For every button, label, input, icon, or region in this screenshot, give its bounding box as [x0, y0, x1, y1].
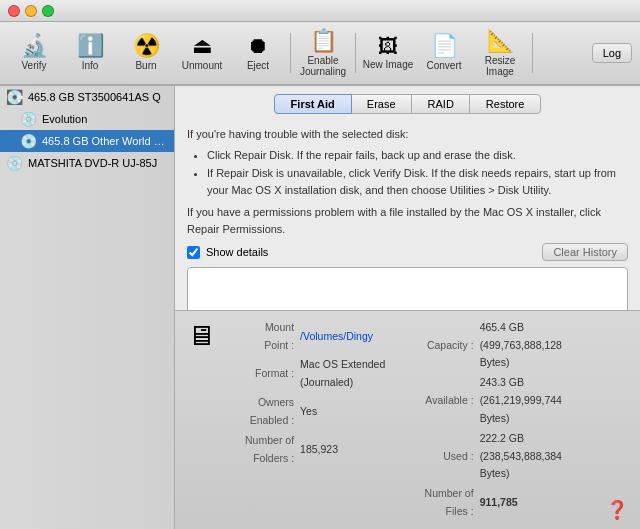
toolbar-eject[interactable]: ⏺ Eject — [232, 25, 284, 81]
main-area: 💽 465.8 GB ST3500641AS Q 💿 Evolution 💿 4… — [0, 86, 640, 529]
close-button[interactable] — [8, 5, 20, 17]
dvd1-label: MATSHITA DVD-R UJ-85J — [28, 157, 157, 169]
toolbar-convert[interactable]: 📄 Convert — [418, 25, 470, 81]
verify-label: Verify — [21, 60, 46, 71]
bullet-2: If Repair Disk is unavailable, click Ver… — [207, 165, 628, 198]
toolbar-info[interactable]: ℹ️ Info — [64, 25, 116, 81]
disk1-label: 465.8 GB ST3500641AS Q — [28, 91, 161, 103]
owners-value: Yes — [298, 394, 396, 430]
info-icon: ℹ️ — [77, 35, 104, 57]
disk1-icon: 💽 — [6, 89, 23, 105]
convert-icon: 📄 — [431, 35, 458, 57]
folders-value: 185,923 — [298, 432, 396, 468]
toolbar-separator — [290, 33, 291, 73]
convert-label: Convert — [426, 60, 461, 71]
verify-icon: 🔬 — [21, 35, 48, 57]
toolbar-burn[interactable]: ☢️ Burn — [120, 25, 172, 81]
burn-icon: ☢️ — [133, 35, 160, 57]
eject-icon: ⏺ — [247, 35, 269, 57]
sidebar-item-dvd1[interactable]: 💿 MATSHITA DVD-R UJ-85J — [0, 152, 174, 174]
enable-journaling-label: Enable Journaling — [297, 55, 349, 77]
content-area: First Aid Erase RAID Restore If you're h… — [175, 86, 640, 529]
sidebar-item-vol2[interactable]: 💿 465.8 GB Other World Com — [0, 130, 174, 152]
owners-label: Owners Enabled : — [237, 394, 296, 430]
resize-image-label: Resize Image — [474, 55, 526, 77]
info-col-left: Mount Point : /Volumes/Dingy Format : Ma… — [235, 317, 398, 523]
new-image-label: New Image — [363, 59, 414, 70]
toolbar-resize-image[interactable]: 📐 Resize Image — [474, 25, 526, 81]
format-value: Mac OS Extended (Journaled) — [298, 356, 396, 392]
help-icon[interactable]: ❓ — [606, 499, 628, 521]
eject-label: Eject — [247, 60, 269, 71]
used-label: Used : — [420, 430, 476, 484]
minimize-button[interactable] — [25, 5, 37, 17]
sidebar-item-disk1[interactable]: 💽 465.8 GB ST3500641AS Q — [0, 86, 174, 108]
journaling-icon: 📋 — [310, 30, 337, 52]
capacity-label: Capacity : — [420, 319, 476, 373]
first-aid-panel: If you're having trouble with the select… — [175, 118, 640, 310]
vol1-label: Evolution — [42, 113, 87, 125]
show-details-row: Show details Clear History — [187, 243, 628, 261]
info-bar: 🖥 Mount Point : /Volumes/Dingy Format : … — [175, 310, 640, 529]
new-image-icon: 🖼 — [378, 36, 398, 56]
burn-label: Burn — [135, 60, 156, 71]
sidebar: 💽 465.8 GB ST3500641AS Q 💿 Evolution 💿 4… — [0, 86, 175, 529]
tab-bar: First Aid Erase RAID Restore — [175, 86, 640, 118]
tab-first-aid[interactable]: First Aid — [274, 94, 352, 114]
toolbar-separator2 — [355, 33, 356, 73]
bullet-1: Click Repair Disk. If the repair fails, … — [207, 147, 628, 164]
info-label: Info — [82, 60, 99, 71]
files-value: 911,785 — [478, 485, 584, 521]
tab-raid[interactable]: RAID — [411, 94, 471, 114]
toolbar-new-image[interactable]: 🖼 New Image — [362, 25, 414, 81]
volume-icon: 🖥 — [187, 319, 215, 352]
folders-label: Number of Folders : — [237, 432, 296, 468]
files-label: Number of Files : — [420, 485, 476, 521]
intro-text: If you're having trouble with the select… — [187, 126, 628, 143]
unmount-icon: ⏏ — [192, 35, 213, 57]
clear-history-button[interactable]: Clear History — [542, 243, 628, 261]
log-output-area — [187, 267, 628, 310]
show-details-label: Show details — [206, 246, 268, 258]
toolbar-unmount[interactable]: ⏏ Unmount — [176, 25, 228, 81]
capacity-value: 465.4 GB (499,763,888,128 Bytes) — [478, 319, 584, 373]
unmount-label: Unmount — [182, 60, 223, 71]
maximize-button[interactable] — [42, 5, 54, 17]
available-value: 243.3 GB (261,219,999,744 Bytes) — [478, 374, 584, 428]
format-label: Format : — [237, 356, 296, 392]
vol2-icon: 💿 — [20, 133, 37, 149]
tab-restore[interactable]: Restore — [469, 94, 542, 114]
show-details-checkbox[interactable] — [187, 246, 200, 259]
info-text-block: If you're having trouble with the select… — [187, 126, 628, 237]
toolbar-separator3 — [532, 33, 533, 73]
mount-point-value[interactable]: /Volumes/Dingy — [300, 330, 373, 342]
traffic-lights[interactable] — [8, 5, 54, 17]
dvd1-icon: 💿 — [6, 155, 23, 171]
log-button[interactable]: Log — [592, 43, 632, 63]
used-value: 222.2 GB (238,543,888,384 Bytes) — [478, 430, 584, 484]
titlebar — [0, 0, 640, 22]
toolbar: 🔬 Verify ℹ️ Info ☢️ Burn ⏏ Unmount ⏺ Eje… — [0, 22, 640, 86]
mount-point-label: Mount Point : — [237, 319, 296, 355]
vol1-icon: 💿 — [20, 111, 37, 127]
info-bar-columns: Mount Point : /Volumes/Dingy Format : Ma… — [235, 317, 586, 523]
sidebar-item-vol1[interactable]: 💿 Evolution — [0, 108, 174, 130]
vol2-label: 465.8 GB Other World Com — [42, 135, 168, 147]
tab-erase[interactable]: Erase — [350, 94, 413, 114]
available-label: Available : — [420, 374, 476, 428]
permissions-note: If you have a permissions problem with a… — [187, 204, 628, 237]
info-col-right: Capacity : 465.4 GB (499,763,888,128 Byt… — [418, 317, 586, 523]
toolbar-enable-journaling[interactable]: 📋 Enable Journaling — [297, 25, 349, 81]
resize-icon: 📐 — [487, 30, 514, 52]
toolbar-verify[interactable]: 🔬 Verify — [8, 25, 60, 81]
